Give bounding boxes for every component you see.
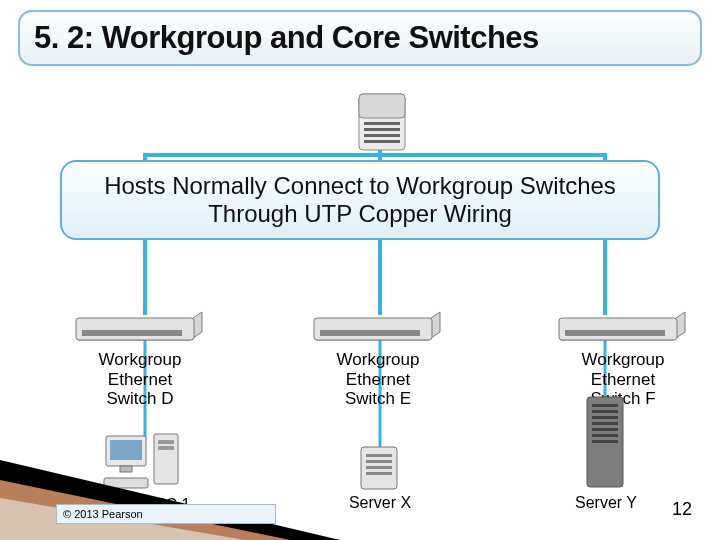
svg-rect-5 — [364, 122, 400, 125]
switch-f-line2: Ethernet — [538, 370, 708, 390]
copyright: © 2013 Pearson — [56, 504, 276, 524]
svg-rect-31 — [592, 404, 618, 407]
switch-icon — [70, 310, 210, 344]
switch-d-line2: Ethernet — [50, 370, 230, 390]
switch-f-line1: Workgroup — [538, 350, 708, 370]
switch-e-line3: Switch E — [288, 389, 468, 409]
svg-rect-33 — [592, 416, 618, 419]
svg-rect-36 — [592, 434, 618, 437]
server-y-label: Server Y — [556, 494, 656, 512]
switch-icon — [308, 310, 448, 344]
svg-rect-34 — [592, 422, 618, 425]
slide-title: 5. 2: Workgroup and Core Switches — [18, 10, 702, 66]
svg-rect-11 — [82, 330, 182, 336]
subtitle-callout: Hosts Normally Connect to Workgroup Swit… — [60, 160, 660, 240]
server-y-icon — [582, 394, 630, 492]
svg-rect-17 — [565, 330, 665, 336]
server-x-label: Server X — [330, 494, 430, 512]
svg-rect-13 — [314, 318, 432, 340]
svg-rect-16 — [559, 318, 677, 340]
svg-rect-6 — [364, 128, 400, 131]
svg-rect-10 — [76, 318, 194, 340]
workgroup-switch-d: Workgroup Ethernet Switch D — [50, 310, 230, 409]
svg-rect-28 — [366, 466, 392, 469]
switch-e-line1: Workgroup — [288, 350, 468, 370]
svg-rect-14 — [320, 330, 420, 336]
server-x-icon — [356, 444, 404, 494]
switch-e-line2: Ethernet — [288, 370, 468, 390]
switch-d-line3: Switch D — [50, 389, 230, 409]
core-switch-icon — [352, 88, 412, 164]
switch-d-line1: Workgroup — [50, 350, 230, 370]
svg-rect-37 — [592, 440, 618, 443]
svg-rect-4 — [359, 94, 405, 118]
svg-rect-35 — [592, 428, 618, 431]
svg-rect-29 — [366, 472, 392, 475]
switch-icon — [553, 310, 693, 344]
svg-rect-26 — [366, 454, 392, 457]
svg-rect-7 — [364, 134, 400, 137]
svg-rect-8 — [364, 140, 400, 143]
svg-rect-27 — [366, 460, 392, 463]
page-number: 12 — [672, 499, 692, 520]
svg-rect-32 — [592, 410, 618, 413]
workgroup-switch-e: Workgroup Ethernet Switch E — [288, 310, 468, 409]
